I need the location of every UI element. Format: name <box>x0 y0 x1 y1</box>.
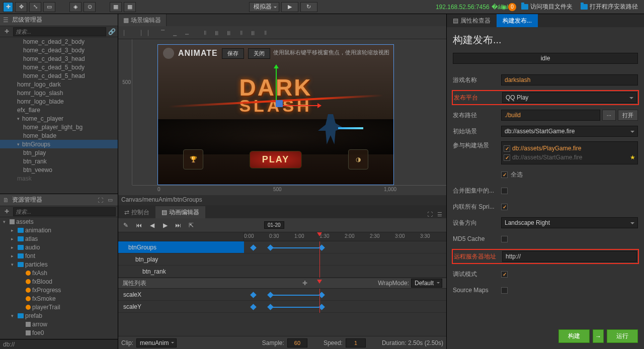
asset-item[interactable]: fxBlood <box>0 277 118 286</box>
tool-a-icon[interactable]: ▦ <box>110 2 122 12</box>
remote-input[interactable] <box>502 251 637 262</box>
track-label[interactable]: btnGroups <box>118 241 244 253</box>
align-center-icon[interactable]: ⎹ <box>133 28 143 37</box>
select-all-checkbox[interactable] <box>501 171 508 178</box>
align-top-icon[interactable]: ⎺ <box>157 28 168 37</box>
tree-item[interactable]: ▾home_c_player <box>0 114 118 123</box>
game-canvas[interactable]: ANIMATE 保存 关闭 使用鼠标右键平移视窗焦点，使用滚轮缩放视图 DARK… <box>157 44 394 185</box>
tool-b-icon[interactable]: ▦ <box>124 2 136 12</box>
list-item[interactable]: db://assets/StartGame.fire★ <box>504 153 635 162</box>
scale-tool-icon[interactable]: ⤡ <box>29 2 41 12</box>
pivot-tool-icon[interactable]: ⊙ <box>84 2 96 12</box>
debug-checkbox[interactable] <box>501 271 508 278</box>
hierarchy-tree[interactable]: home_c_dead_2_bodyhome_c_dead_3_bodyhome… <box>0 37 118 194</box>
open-path-button[interactable]: 打开 <box>618 110 638 121</box>
track-label[interactable]: btn_rank <box>118 266 244 278</box>
asset-item[interactable]: ▾particles <box>0 260 118 269</box>
close-button[interactable]: 关闭 <box>248 48 270 59</box>
rank-button[interactable]: 🏆 <box>183 149 203 169</box>
dist-icon[interactable]: ⫼ <box>224 28 234 37</box>
checkbox[interactable] <box>504 154 510 161</box>
veewo-button[interactable]: ◑ <box>348 149 368 169</box>
tree-item[interactable]: home_blade <box>0 131 118 140</box>
dist-icon[interactable]: ⫴ <box>260 28 270 37</box>
asset-item[interactable]: ▸font <box>0 251 118 260</box>
open-install-path[interactable]: 打开程序安装路径 <box>578 3 641 11</box>
open-project-folder[interactable]: 访问项目文件夹 <box>518 3 576 11</box>
add-asset-icon[interactable]: ✚ <box>2 208 11 216</box>
move-tool-icon[interactable]: ✥ <box>15 2 27 12</box>
dist-v-icon[interactable]: ⫼ <box>212 28 222 37</box>
tree-item[interactable]: home_c_dead_5_head <box>0 71 118 80</box>
md5-checkbox[interactable] <box>501 236 508 242</box>
inline-checkbox[interactable] <box>501 204 508 210</box>
tab-animation[interactable]: ▤动画编辑器 <box>155 206 205 218</box>
asset-item[interactable]: ▾assets <box>0 217 118 226</box>
menu-icon[interactable]: ☰ <box>435 210 444 218</box>
tree-item[interactable]: btn_veewo <box>0 165 118 174</box>
tab-inspector[interactable]: ▤属性检查器 <box>447 14 497 27</box>
asset-item[interactable]: ▸animation <box>0 226 118 234</box>
asset-item[interactable]: fxAsh <box>0 269 118 277</box>
edit-icon[interactable]: ✎ <box>121 221 130 230</box>
expand-icon[interactable]: ⛶ <box>96 196 105 204</box>
dist-icon[interactable]: ⫴ <box>236 28 246 37</box>
timeline-ruler[interactable]: 0:000:301:001:302:002:303:003:30 <box>244 232 446 241</box>
anchor-tool-icon[interactable]: ◈ <box>69 2 82 12</box>
assets-tree[interactable]: ▾assets▸animation▸atlas▸audio▸font▾parti… <box>0 217 118 339</box>
sample-input[interactable] <box>287 338 307 347</box>
build-arrow-icon[interactable]: → <box>593 329 604 343</box>
collapse-icon[interactable]: ▭ <box>106 196 115 204</box>
gizmo-center[interactable] <box>276 100 283 107</box>
tree-item[interactable]: ▾btnGroups <box>0 140 118 148</box>
add-node-icon[interactable]: ✚ <box>2 28 11 36</box>
dist-icon[interactable]: ⫼ <box>248 28 258 37</box>
assets-search-input[interactable] <box>13 207 116 216</box>
asset-item[interactable]: foe0 <box>0 328 118 337</box>
export-icon[interactable]: ⇱ <box>187 221 196 230</box>
prop-label[interactable]: scaleX <box>118 289 244 301</box>
tree-item[interactable]: btn_play <box>0 148 118 157</box>
asset-item[interactable]: playerTrail <box>0 303 118 311</box>
add-icon[interactable]: ✚ <box>3 2 13 12</box>
play-icon[interactable]: ▶ <box>281 2 298 12</box>
dist-h-icon[interactable]: ⫴ <box>200 28 210 37</box>
gizmo-y-axis[interactable] <box>276 65 277 105</box>
rect-tool-icon[interactable]: ▭ <box>43 2 55 12</box>
tree-item[interactable]: home_c_dead_3_body <box>0 46 118 54</box>
clip-dropdown[interactable]: menuAnim <box>136 338 177 347</box>
orient-dropdown[interactable]: Landscape Right <box>501 217 638 228</box>
browse-button[interactable]: ··· <box>602 110 616 121</box>
first-frame-icon[interactable]: ⏮ <box>134 221 143 230</box>
sourcemap-checkbox[interactable] <box>501 287 508 294</box>
checkbox[interactable] <box>504 145 510 152</box>
expand-icon[interactable]: ⛶ <box>425 210 434 218</box>
prop-label[interactable]: scaleY <box>118 301 244 313</box>
link-icon[interactable]: 🔗 <box>108 28 116 35</box>
tree-item[interactable]: home_player_light_bg <box>0 123 118 131</box>
tab-build[interactable]: 构建发布... <box>497 14 538 27</box>
asset-item[interactable]: ▸atlas <box>0 234 118 243</box>
notification-badge[interactable]: 0 <box>508 3 516 11</box>
align-bottom-icon[interactable]: ⎽ <box>182 28 192 37</box>
tab-console[interactable]: ⇄控制台 <box>118 206 155 218</box>
tree-item[interactable]: efx_flare <box>0 106 118 114</box>
list-item[interactable]: db://assets/PlayGame.fire <box>504 144 635 153</box>
asset-item[interactable]: arrow <box>0 320 118 328</box>
tree-item[interactable]: home_c_dead_2_body <box>0 37 118 46</box>
tree-item[interactable]: btn_rank <box>0 157 118 165</box>
refresh-icon[interactable]: ↻ <box>300 2 317 12</box>
tree-item[interactable]: homr_logo_slash <box>0 89 118 97</box>
align-middle-icon[interactable]: ⎯ <box>170 28 180 37</box>
build-button[interactable]: 构建 <box>558 329 590 343</box>
path-input[interactable] <box>501 110 600 121</box>
asset-item[interactable]: ▾prefab <box>0 311 118 320</box>
tree-item[interactable]: homr_logo_blade <box>0 97 118 106</box>
start-scene-dropdown[interactable]: db://assets/StartGame.fire <box>501 126 638 137</box>
simulator-dropdown[interactable]: 模拟器 <box>249 2 279 12</box>
hierarchy-search-input[interactable] <box>13 27 106 36</box>
asset-item[interactable]: fxSmoke <box>0 294 118 303</box>
track-label[interactable]: btn_play <box>118 253 244 266</box>
add-prop-icon[interactable]: ✚ <box>302 280 307 287</box>
tree-item[interactable]: homr_logo_dark <box>0 80 118 89</box>
